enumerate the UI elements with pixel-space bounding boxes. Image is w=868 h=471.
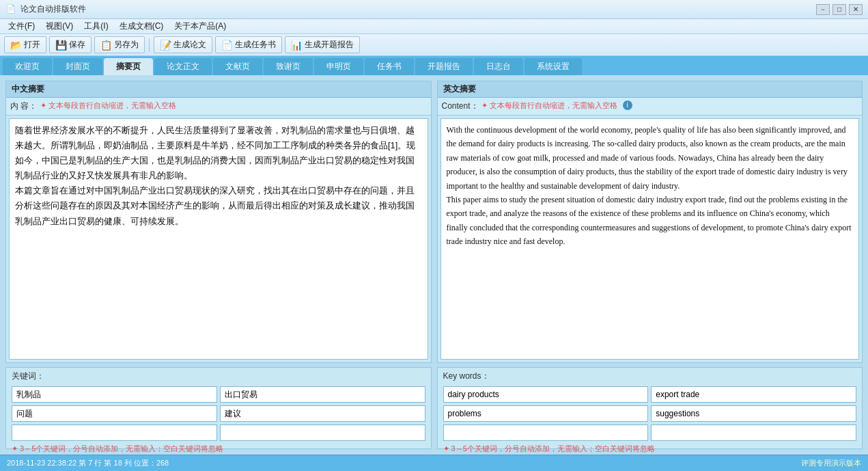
gen-task-icon: 📄 bbox=[221, 40, 233, 51]
en-abstract-hint: ✦ 文本每段首行自动缩进，无需输入空格 bbox=[481, 100, 617, 111]
zh-abstract-label: 内 容： bbox=[10, 100, 38, 112]
zh-keyword-6[interactable] bbox=[220, 425, 425, 441]
tab-body[interactable]: 论文正文 bbox=[154, 58, 212, 75]
menu-about[interactable]: 关于本产品(A) bbox=[169, 19, 232, 33]
toolbar-separator-1 bbox=[149, 38, 150, 52]
close-button[interactable]: ✕ bbox=[849, 4, 863, 15]
menu-view[interactable]: 视图(V) bbox=[40, 19, 79, 33]
gen-report-label: 生成开题报告 bbox=[305, 39, 354, 51]
statusbar: 2018-11-23 22:38:22 第 7 行 第 18 列 位置：268 … bbox=[0, 455, 868, 471]
menu-generate-doc[interactable]: 生成文档(C) bbox=[114, 19, 169, 33]
tab-bar: 欢迎页 封面页 摘要页 论文正文 文献页 致谢页 申明页 任务书 开题报告 日志… bbox=[0, 56, 868, 75]
gen-task-label: 生成任务书 bbox=[235, 39, 276, 51]
zh-keyword-4[interactable] bbox=[220, 405, 425, 422]
tab-abstract[interactable]: 摘要页 bbox=[104, 58, 153, 75]
en-abstract-content[interactable]: With the continuous development of the w… bbox=[440, 118, 860, 360]
window-controls: － □ ✕ bbox=[816, 4, 863, 15]
statusbar-info: 2018-11-23 22:38:22 第 7 行 第 18 列 位置：268 bbox=[7, 458, 169, 468]
zh-keyword-1[interactable] bbox=[12, 386, 217, 403]
tab-cover[interactable]: 封面页 bbox=[53, 58, 102, 75]
en-keyword-2[interactable] bbox=[651, 386, 856, 403]
gen-report-button[interactable]: 📊 生成开题报告 bbox=[285, 36, 360, 53]
saveas-label: 另存为 bbox=[114, 39, 139, 51]
menu-file[interactable]: 文件(F) bbox=[3, 19, 40, 33]
tab-acknowledgement[interactable]: 致谢页 bbox=[264, 58, 313, 75]
titlebar: 📄 论文自动排版软件 － □ ✕ bbox=[0, 0, 868, 19]
en-keyword-1[interactable] bbox=[443, 386, 649, 403]
info-icon[interactable]: i bbox=[623, 100, 632, 110]
gen-task-button[interactable]: 📄 生成任务书 bbox=[215, 36, 282, 53]
en-keyword-4[interactable] bbox=[651, 405, 856, 422]
open-button[interactable]: 📂 打开 bbox=[4, 36, 46, 53]
gen-report-icon: 📊 bbox=[291, 40, 303, 51]
gen-paper-icon: 📝 bbox=[160, 40, 171, 51]
zh-keywords-grid bbox=[12, 386, 425, 441]
gen-paper-button[interactable]: 📝 生成论文 bbox=[154, 36, 212, 53]
main-content: 中文摘要 内 容： ✦ 文本每段首行自动缩进，无需输入空格 随着世界经济发展水平… bbox=[0, 75, 868, 455]
toolbar: 📂 打开 💾 保存 📋 另存为 📝 生成论文 📄 生成任务书 📊 生成开题报告 bbox=[0, 34, 868, 56]
zh-keyword-3[interactable] bbox=[12, 405, 217, 422]
zh-keywords-hint: ✦ 3～5个关键词，分号自动添加，无需输入；空白关键词将忽略 bbox=[12, 444, 425, 454]
save-icon: 💾 bbox=[55, 40, 67, 51]
saveas-button[interactable]: 📋 另存为 bbox=[94, 36, 145, 53]
save-label: 保存 bbox=[69, 39, 85, 51]
saveas-icon: 📋 bbox=[100, 40, 112, 51]
zh-abstract-hint: ✦ 文本每段首行自动缩进，无需输入空格 bbox=[40, 100, 176, 111]
tab-proposal[interactable]: 开题报告 bbox=[415, 58, 473, 75]
en-keywords-title: Key words： bbox=[443, 371, 857, 382]
statusbar-version: 评测专用演示版本 bbox=[801, 458, 861, 468]
en-keywords-hint: ✦ 3～5个关键词，分号自动添加，无需输入；空白关键词将忽略 bbox=[443, 444, 857, 454]
gen-paper-label: 生成论文 bbox=[173, 39, 206, 51]
tab-welcome[interactable]: 欢迎页 bbox=[3, 58, 52, 75]
save-button[interactable]: 💾 保存 bbox=[49, 36, 92, 53]
app-icon: 📄 bbox=[5, 4, 16, 15]
open-label: 打开 bbox=[24, 39, 40, 51]
zh-keyword-2[interactable] bbox=[220, 386, 425, 403]
zh-abstract-label-row: 内 容： ✦ 文本每段首行自动缩进，无需输入空格 bbox=[6, 98, 431, 116]
zh-keyword-5[interactable] bbox=[12, 425, 217, 441]
app-title: 论文自动排版软件 bbox=[20, 3, 816, 15]
zh-keywords-panel: 关键词： ✦ 3～5个关键词，分号自动添加，无需输入；空白关键词将忽略 bbox=[5, 367, 432, 449]
en-abstract-panel: 英文摘要 Content： ✦ 文本每段首行自动缩进，无需输入空格 i With… bbox=[437, 81, 863, 363]
en-keywords-panel: Key words： ✦ 3～5个关键词，分号自动添加，无需输入；空白关键词将忽… bbox=[437, 367, 863, 449]
tab-references[interactable]: 文献页 bbox=[213, 58, 262, 75]
en-abstract-title: 英文摘要 bbox=[438, 81, 863, 98]
zh-abstract-panel: 中文摘要 内 容： ✦ 文本每段首行自动缩进，无需输入空格 随着世界经济发展水平… bbox=[5, 81, 432, 363]
zh-abstract-content[interactable]: 随着世界经济发展水平的不断提升，人民生活质量得到了显著改善，对乳制品的需求量也与… bbox=[9, 118, 428, 360]
en-abstract-label-row: Content： ✦ 文本每段首行自动缩进，无需输入空格 i bbox=[438, 98, 863, 116]
tab-declaration[interactable]: 申明页 bbox=[314, 58, 363, 75]
maximize-button[interactable]: □ bbox=[832, 4, 846, 15]
minimize-button[interactable]: － bbox=[816, 4, 830, 15]
en-abstract-label: Content： bbox=[442, 100, 479, 112]
en-keywords-grid bbox=[443, 386, 857, 441]
en-keyword-6[interactable] bbox=[651, 425, 856, 441]
zh-keywords-title: 关键词： bbox=[12, 371, 425, 382]
abstract-row: 中文摘要 内 容： ✦ 文本每段首行自动缩进，无需输入空格 随着世界经济发展水平… bbox=[5, 81, 863, 363]
menu-tools[interactable]: 工具(I) bbox=[79, 19, 113, 33]
zh-abstract-title: 中文摘要 bbox=[6, 81, 431, 98]
en-keyword-5[interactable] bbox=[443, 425, 649, 441]
en-keyword-3[interactable] bbox=[443, 405, 649, 422]
tab-log[interactable]: 日志台 bbox=[474, 58, 523, 75]
open-icon: 📂 bbox=[10, 40, 22, 51]
tab-settings[interactable]: 系统设置 bbox=[524, 58, 582, 75]
keywords-section: 关键词： ✦ 3～5个关键词，分号自动添加，无需输入；空白关键词将忽略 Key … bbox=[5, 367, 863, 449]
menubar: 文件(F) 视图(V) 工具(I) 生成文档(C) 关于本产品(A) bbox=[0, 19, 868, 34]
tab-taskbook[interactable]: 任务书 bbox=[365, 58, 414, 75]
